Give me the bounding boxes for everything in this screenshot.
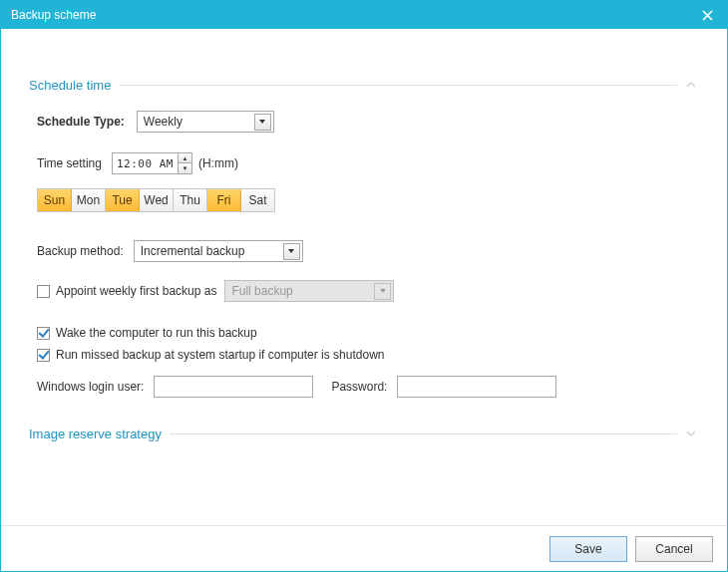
- day-tue[interactable]: Tue: [106, 189, 140, 211]
- schedule-type-value: Weekly: [144, 115, 182, 129]
- appoint-label: Appoint weekly first backup as: [56, 284, 216, 298]
- spinner-up-icon[interactable]: ▲: [179, 153, 191, 163]
- close-icon: [702, 10, 713, 21]
- time-setting-label: Time setting: [37, 156, 102, 170]
- section-schedule-body: Schedule Type: Weekly Time setting 12:00…: [29, 111, 699, 398]
- backup-method-select[interactable]: Incremental backup: [134, 240, 303, 262]
- day-selector: SunMonTueWedThuFriSat: [37, 188, 275, 212]
- wake-label: Wake the computer to run this backup: [56, 326, 257, 340]
- missed-checkbox[interactable]: [37, 349, 50, 362]
- day-wed[interactable]: Wed: [140, 189, 174, 211]
- day-sun[interactable]: Sun: [38, 189, 72, 211]
- divider: [119, 85, 677, 86]
- window-title: Backup scheme: [11, 8, 697, 22]
- login-user-label: Windows login user:: [37, 380, 144, 394]
- chevron-up-icon: [683, 77, 699, 93]
- day-mon[interactable]: Mon: [72, 189, 106, 211]
- login-user-input[interactable]: [154, 376, 313, 398]
- section-schedule-header[interactable]: Schedule time: [29, 77, 699, 93]
- spinner-down-icon[interactable]: ▼: [179, 163, 191, 173]
- time-setting-spinner[interactable]: 12:00 AM ▲ ▼: [112, 152, 192, 174]
- missed-label: Run missed backup at system startup if c…: [56, 348, 384, 362]
- dropdown-arrow-icon: [374, 283, 391, 300]
- section-reserve-title: Image reserve strategy: [29, 427, 162, 441]
- section-reserve-header[interactable]: Image reserve strategy: [29, 426, 699, 441]
- time-format-hint: (H:mm): [198, 156, 238, 170]
- backup-method-value: Incremental backup: [141, 244, 245, 258]
- schedule-type-select[interactable]: Weekly: [137, 111, 274, 133]
- day-thu[interactable]: Thu: [174, 189, 207, 211]
- dropdown-arrow-icon: [283, 243, 300, 260]
- divider: [170, 433, 677, 434]
- day-fri[interactable]: Fri: [207, 189, 241, 211]
- password-input[interactable]: [397, 376, 556, 398]
- save-button[interactable]: Save: [549, 536, 627, 562]
- schedule-type-label: Schedule Type:: [37, 115, 125, 129]
- section-schedule-title: Schedule time: [29, 78, 111, 93]
- footer: Save Cancel: [1, 525, 727, 571]
- chevron-down-icon: [683, 426, 699, 441]
- wake-checkbox[interactable]: [37, 327, 50, 340]
- cancel-button[interactable]: Cancel: [635, 536, 713, 562]
- password-label: Password:: [331, 380, 387, 394]
- close-button[interactable]: [697, 5, 717, 25]
- backup-method-label: Backup method:: [37, 244, 124, 258]
- titlebar: Backup scheme: [1, 1, 727, 29]
- appoint-type-select: Full backup: [224, 280, 394, 302]
- day-sat[interactable]: Sat: [241, 189, 275, 211]
- dropdown-arrow-icon: [254, 114, 271, 131]
- time-setting-value: 12:00 AM: [113, 157, 178, 170]
- appoint-type-value: Full backup: [231, 284, 292, 298]
- appoint-checkbox[interactable]: [37, 285, 50, 298]
